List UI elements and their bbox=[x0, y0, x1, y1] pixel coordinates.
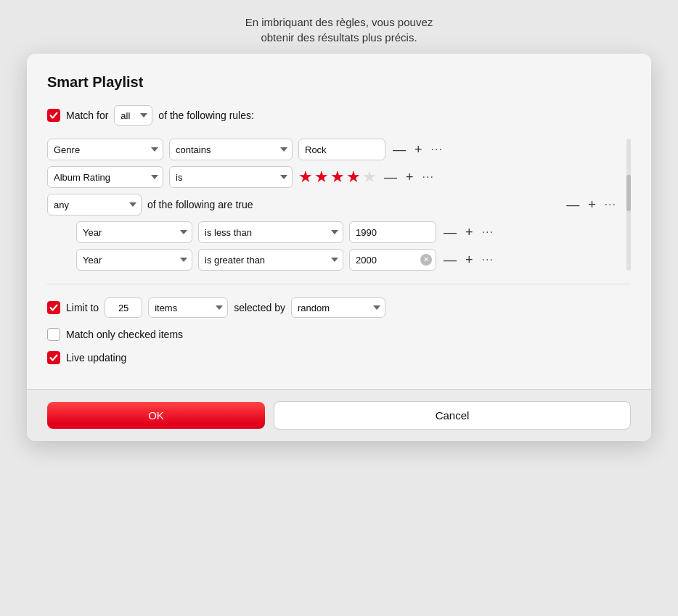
sub-rule-year-greater: Year is greater than ✕ — + ··· bbox=[47, 249, 618, 271]
match-all-select[interactable]: all any bbox=[114, 105, 152, 126]
limit-row: Limit to items minutes hours MB GB selec… bbox=[47, 297, 631, 318]
divider bbox=[47, 284, 631, 284]
match-checked-row: Match only checked items bbox=[47, 328, 631, 341]
smart-playlist-dialog: Smart Playlist Match for all any of the … bbox=[27, 54, 651, 441]
tooltip-line2: obtenir des résultats plus précis. bbox=[261, 31, 417, 44]
tooltip-line1: En imbriquant des règles, vous pouvez bbox=[245, 16, 433, 28]
star-3[interactable]: ★ bbox=[330, 168, 345, 186]
album-rating-add-button[interactable]: + bbox=[404, 171, 415, 184]
star-5[interactable]: ★ bbox=[362, 168, 377, 186]
year2-clear-button[interactable]: ✕ bbox=[420, 254, 432, 266]
limit-label: Limit to bbox=[66, 302, 99, 313]
star-rating[interactable]: ★ ★ ★ ★ ★ bbox=[298, 168, 377, 186]
cancel-button[interactable]: Cancel bbox=[274, 401, 631, 430]
genre-field-select[interactable]: Genre bbox=[47, 139, 163, 160]
selected-by-label: selected by bbox=[234, 302, 285, 313]
year1-field-select[interactable]: Year bbox=[76, 221, 192, 243]
rules-area: Genre contains — + ··· Album Rating bbox=[47, 139, 631, 271]
scroll-track bbox=[626, 139, 631, 271]
album-rating-condition-select[interactable]: is bbox=[169, 166, 293, 188]
match-suffix: of the following rules: bbox=[158, 110, 254, 121]
match-checked-label: Match only checked items bbox=[66, 329, 183, 340]
star-4[interactable]: ★ bbox=[346, 168, 361, 186]
match-checked-checkbox[interactable] bbox=[47, 328, 60, 341]
sub-rule-year-less: Year is less than — + ··· bbox=[47, 221, 618, 243]
any-rule-header-row: any of the following are true — + ··· bbox=[47, 194, 618, 215]
album-rating-more-button[interactable]: ··· bbox=[421, 171, 436, 184]
rule-row-genre: Genre contains — + ··· bbox=[47, 139, 618, 160]
year1-value-input[interactable] bbox=[349, 221, 436, 243]
year2-more-button[interactable]: ··· bbox=[481, 253, 495, 266]
limit-number-input[interactable] bbox=[105, 297, 142, 318]
any-add-button[interactable]: + bbox=[587, 198, 597, 211]
limit-unit-select[interactable]: items minutes hours MB GB bbox=[148, 297, 228, 318]
live-updating-row: Live updating bbox=[47, 351, 631, 364]
genre-add-button[interactable]: + bbox=[413, 143, 424, 156]
match-row: Match for all any of the following rules… bbox=[47, 105, 631, 126]
year1-remove-button[interactable]: — bbox=[442, 226, 458, 239]
star-1[interactable]: ★ bbox=[298, 168, 313, 186]
ok-button[interactable]: OK bbox=[47, 402, 265, 429]
genre-value-input[interactable] bbox=[298, 139, 385, 160]
match-checkbox[interactable] bbox=[47, 109, 60, 122]
star-2[interactable]: ★ bbox=[314, 168, 329, 186]
limit-checkbox[interactable] bbox=[47, 301, 60, 314]
scrollbar[interactable] bbox=[622, 139, 631, 271]
scroll-thumb[interactable] bbox=[626, 175, 631, 211]
genre-more-button[interactable]: ··· bbox=[430, 143, 444, 156]
year2-remove-button[interactable]: — bbox=[442, 253, 458, 266]
rule-row-album-rating: Album Rating is ★ ★ ★ ★ ★ — + ··· bbox=[47, 166, 618, 188]
any-suffix: of the following are true bbox=[147, 199, 253, 210]
dialog-footer: OK Cancel bbox=[27, 389, 651, 441]
year1-add-button[interactable]: + bbox=[464, 226, 475, 239]
live-updating-checkbox[interactable] bbox=[47, 351, 60, 364]
year2-field-select[interactable]: Year bbox=[76, 249, 192, 271]
year2-condition-select[interactable]: is greater than bbox=[198, 249, 343, 271]
year2-input-wrapper: ✕ bbox=[349, 249, 436, 271]
selected-by-select[interactable]: random album artist genre highest rating… bbox=[291, 297, 385, 318]
any-remove-button[interactable]: — bbox=[565, 198, 581, 211]
album-rating-field-select[interactable]: Album Rating bbox=[47, 166, 163, 188]
any-more-button[interactable]: ··· bbox=[603, 198, 618, 211]
live-updating-label: Live updating bbox=[66, 352, 126, 364]
genre-remove-button[interactable]: — bbox=[391, 143, 407, 156]
nested-rule-group: any of the following are true — + ··· Ye… bbox=[47, 194, 618, 271]
album-rating-remove-button[interactable]: — bbox=[383, 171, 399, 184]
genre-condition-select[interactable]: contains bbox=[169, 139, 293, 160]
tooltip: En imbriquant des règles, vous pouvez ob… bbox=[245, 15, 433, 45]
year2-add-button[interactable]: + bbox=[464, 253, 475, 266]
dialog-title: Smart Playlist bbox=[47, 74, 631, 91]
year1-more-button[interactable]: ··· bbox=[481, 226, 495, 239]
year1-condition-select[interactable]: is less than bbox=[198, 221, 343, 243]
match-prefix: Match for bbox=[66, 110, 108, 121]
any-field-select[interactable]: any bbox=[47, 194, 142, 215]
